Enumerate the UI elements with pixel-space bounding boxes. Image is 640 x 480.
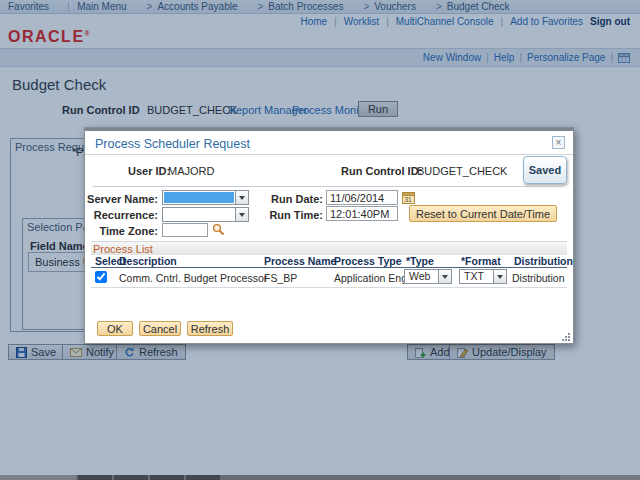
dropdown-arrow-icon [235,208,248,221]
refresh-dialog-button[interactable]: Refresh [187,321,233,336]
output-type-select[interactable]: Web [404,269,452,284]
output-format-select[interactable]: TXT [459,269,507,284]
run-date-input[interactable] [326,190,398,205]
ok-button[interactable]: OK [97,321,133,336]
user-id-value: MAJORD [168,165,214,177]
taskbar-segment [0,475,76,480]
process-scheduler-request-dialog: Process Scheduler Request × Saved User I… [84,127,574,344]
col-type: *Type [406,255,434,267]
recurrence-value [164,209,234,220]
taskbar-segment [150,475,184,480]
col-distribution: Distribution [514,255,573,267]
peoplesoft-page: Favorites Main Menu > Accounts Payable >… [0,0,640,480]
dialog-title: Process Scheduler Request [95,137,250,151]
dropdown-arrow-icon [235,191,248,204]
server-name-label: Server Name: [85,193,158,205]
cancel-button[interactable]: Cancel [139,321,181,336]
col-process-name: Process Name [264,255,336,267]
svg-text:31: 31 [405,196,413,203]
server-name-value [164,192,234,203]
taskbar-segment [78,475,112,480]
recurrence-label: Recurrence: [85,209,158,221]
lookup-magnifier-icon[interactable] [212,223,225,236]
dropdown-arrow-icon [438,270,451,283]
calendar-icon[interactable]: 31 [402,191,415,204]
saved-status-badge: Saved [523,156,567,184]
output-format-value: TXT [461,271,492,282]
process-list-column-headers: Select Description Process Name Process … [91,255,567,268]
recurrence-select[interactable] [162,207,249,222]
resize-grip[interactable] [561,332,570,341]
taskbar-segment [186,475,220,480]
process-select-checkbox[interactable] [95,271,107,283]
run-time-input[interactable] [326,206,398,221]
process-description: Comm. Cntrl. Budget Processor [119,272,267,284]
process-list-header: Process List [91,241,567,255]
time-zone-label: Time Zone: [85,225,158,237]
dialog-separator [93,186,563,187]
server-name-select[interactable] [162,190,249,205]
reset-date-time-button[interactable]: Reset to Current Date/Time [409,205,557,222]
dialog-top-border [85,128,573,131]
col-process-type: Process Type [334,255,402,267]
dialog-run-control-label: Run Control ID: [341,165,422,177]
taskbar-segment [114,475,148,480]
dialog-title-separator [85,154,573,155]
process-name: FS_BP [264,272,297,284]
col-description: Description [119,255,177,267]
close-icon[interactable]: × [552,136,565,149]
process-row: Comm. Cntrl. Budget Processor FS_BP Appl… [91,268,567,288]
output-type-value: Web [406,271,437,282]
run-time-label: Run Time: [255,209,323,221]
taskbar-segment [560,475,640,480]
user-id-label: User ID: [128,165,170,177]
time-zone-input[interactable] [162,223,208,237]
distribution-link[interactable]: Distribution [512,272,565,284]
col-format: *Format [461,255,501,267]
taskbar [0,475,640,480]
dialog-run-control-value: BUDGET_CHECK [417,165,507,177]
run-date-label: Run Date: [255,193,323,205]
dropdown-arrow-icon [493,270,506,283]
